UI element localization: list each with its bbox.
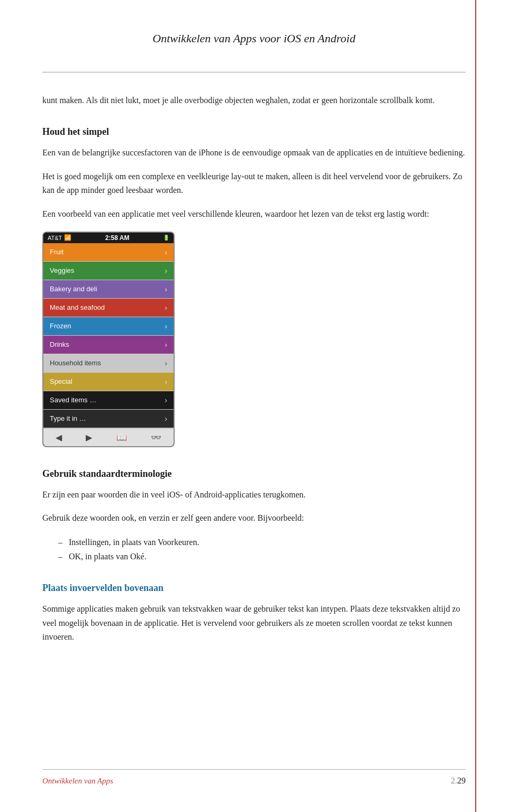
list-dash: – (58, 549, 62, 564)
phone-mockup: AT&T 📶 2:58 AM 🔋 Fruit › Veggies › Baker… (42, 232, 175, 447)
header-title: Ontwikkelen van Apps voor iOS en Android (42, 32, 466, 45)
list-item-household-label: Household items (50, 359, 101, 367)
list-item: – Instellingen, in plaats van Voorkeuren… (58, 535, 466, 549)
list-item-saved-label: Saved items … (50, 396, 96, 404)
chevron-icon: › (165, 340, 167, 349)
toolbar-book-btn[interactable]: 📖 (112, 431, 131, 444)
wifi-icon: 📶 (64, 234, 71, 241)
list-item-special-label: Special (50, 377, 72, 385)
page-header: Ontwikkelen van Apps voor iOS en Android (42, 32, 466, 45)
list-item: – OK, in plaats van Oké. (58, 549, 466, 564)
section2-list: – Instellingen, in plaats van Voorkeuren… (58, 535, 466, 564)
chevron-icon: › (165, 359, 167, 367)
list-item-bakery-label: Bakery and deli (50, 285, 97, 293)
section3-para1: Sommige applicaties maken gebruik van te… (42, 602, 466, 644)
carrier-label: AT&T (48, 235, 62, 241)
phone-toolbar: ◀ ▶ 📖 👓 (43, 428, 174, 446)
toolbar-back-btn[interactable]: ◀ (51, 431, 66, 444)
status-left: AT&T 📶 (48, 234, 71, 241)
chevron-icon: › (165, 322, 167, 330)
phone-list: Fruit › Veggies › Bakery and deli › Meat… (43, 243, 174, 428)
chevron-icon: › (165, 248, 167, 256)
list-item-special[interactable]: Special › (43, 373, 174, 391)
section3-heading: Plaats invoervelden bovenaan (42, 583, 466, 594)
list-item-bakery[interactable]: Bakery and deli › (43, 280, 174, 299)
section1-heading: Houd het simpel (42, 126, 466, 137)
list-item-fruit-label: Fruit (50, 248, 64, 256)
list-item-veggies-label: Veggies (50, 266, 74, 274)
status-time: 2:58 AM (105, 234, 130, 242)
list-item-meat[interactable]: Meat and seafood › (43, 299, 174, 317)
page-number: 2.29 (451, 776, 466, 786)
list-item-drinks[interactable]: Drinks › (43, 336, 174, 354)
list-item-ok: OK, in plaats van Oké. (69, 549, 147, 564)
list-item-typeit[interactable]: Type it in … › (43, 410, 174, 428)
page-chapter: 2. (451, 776, 457, 785)
chevron-icon: › (165, 303, 167, 312)
list-item-veggies[interactable]: Veggies › (43, 262, 174, 280)
chevron-icon: › (165, 266, 167, 275)
chevron-icon: › (165, 396, 167, 404)
list-item-fruit[interactable]: Fruit › (43, 243, 174, 262)
toolbar-forward-btn[interactable]: ▶ (81, 431, 96, 444)
list-item-instellingen: Instellingen, in plaats van Voorkeuren. (69, 535, 199, 549)
section1-para2: Het is goed mogelijk om een complexe en … (42, 170, 466, 198)
list-item-drinks-label: Drinks (50, 340, 69, 348)
list-dash: – (58, 535, 62, 549)
chevron-icon: › (165, 285, 167, 293)
list-item-typeit-label: Type it in … (50, 414, 86, 422)
toolbar-share-btn[interactable]: 👓 (147, 431, 166, 444)
list-item-frozen[interactable]: Frozen › (43, 317, 174, 336)
list-item-meat-label: Meat and seafood (50, 303, 105, 311)
intro-paragraph: kunt maken. Als dit niet lukt, moet je a… (42, 94, 466, 107)
list-item-saved[interactable]: Saved items … › (43, 391, 174, 410)
chevron-icon: › (165, 377, 167, 386)
footer-title: Ontwikkelen van Apps (42, 777, 113, 786)
section2-heading: Gebruik standaardterminologie (42, 468, 466, 479)
header-divider (42, 72, 466, 72)
list-item-frozen-label: Frozen (50, 322, 71, 330)
section2-para2: Gebruik deze woorden ook, en verzin er z… (42, 511, 466, 525)
chevron-icon: › (165, 414, 167, 423)
page: Ontwikkelen van Apps voor iOS en Android… (0, 0, 508, 812)
section1-para3: Een voorbeeld van een applicatie met vee… (42, 207, 466, 221)
battery-icon: 🔋 (163, 235, 169, 241)
phone-mockup-container: AT&T 📶 2:58 AM 🔋 Fruit › Veggies › Baker… (42, 232, 466, 447)
phone-status-bar: AT&T 📶 2:58 AM 🔋 (43, 233, 174, 243)
page-footer: Ontwikkelen van Apps 2.29 (42, 769, 466, 786)
list-item-household[interactable]: Household items › (43, 354, 174, 373)
section1-para1: Een van de belangrijke succesfactoren va… (42, 146, 466, 160)
section2-para1: Er zijn een paar woorden die in veel iOS… (42, 488, 466, 502)
page-num: 29 (457, 776, 466, 785)
